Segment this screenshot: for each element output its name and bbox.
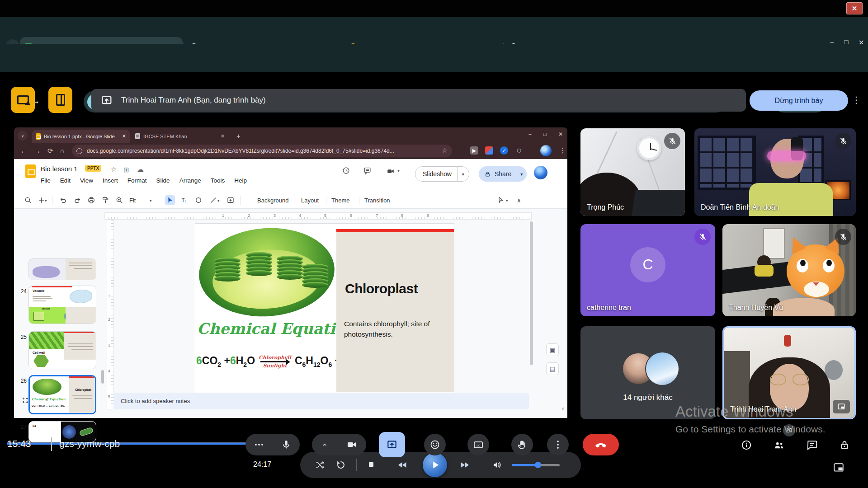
zoom-in-icon[interactable] — [115, 196, 123, 204]
collapse-filmstrip-icon[interactable]: ‹ — [46, 395, 48, 404]
puzzle-extensions-icon[interactable]: ⬡ — [515, 146, 523, 155]
shield-check-extension-icon[interactable]: ✓ — [500, 146, 508, 155]
collapse-panel-icon[interactable]: ‹ — [562, 404, 564, 412]
share-button[interactable]: Share ▾ — [479, 166, 527, 182]
inner-new-tab-icon[interactable]: + — [236, 132, 241, 140]
chemical-equation[interactable]: 6CO2 +6H2O ChlorophyllSunlight C6H12O6 +… — [196, 355, 359, 369]
captions-icon[interactable]: cc — [467, 434, 489, 455]
raise-hand-icon[interactable] — [511, 434, 533, 455]
collapse-toolbar-icon[interactable]: ∧ — [517, 197, 521, 204]
inner-reload-icon[interactable]: ⟳ — [47, 147, 53, 155]
paint-format-icon[interactable] — [101, 196, 109, 204]
menu-edit[interactable]: Edit — [60, 177, 71, 184]
slide-body-text[interactable]: Contains chlorophyll; site of photosynth… — [344, 319, 446, 340]
menu-arrange[interactable]: Arrange — [179, 177, 201, 184]
inner-maximize-icon[interactable]: □ — [543, 131, 547, 137]
menu-help[interactable]: Help — [234, 177, 247, 184]
lock-icon[interactable] — [839, 439, 850, 451]
annotation-tool-button[interactable] — [11, 87, 35, 113]
slide-thumbnail[interactable] — [28, 258, 96, 280]
undo-icon[interactable] — [59, 196, 67, 204]
filmstrip-scrollbar[interactable] — [101, 370, 104, 384]
meet-camera-dropdown-icon[interactable]: ▾ — [397, 168, 400, 173]
dropdown-icon[interactable]: ▾ — [150, 198, 152, 203]
inner-browser-tab[interactable]: IGCSE STEM Khan✕ — [132, 130, 228, 143]
grid-view-icon[interactable] — [22, 397, 29, 404]
browser-menu-icon[interactable]: ⋮ — [852, 94, 861, 105]
chevron-up-icon[interactable] — [321, 441, 328, 448]
inner-browser-tab[interactable]: Bio lesson 1.pptx - Google Slide✕ — [32, 130, 130, 143]
mic-icon[interactable] — [281, 439, 292, 450]
inner-back-icon[interactable]: ← — [20, 147, 27, 155]
inner-bookmark-star-icon[interactable]: ☆ — [442, 147, 448, 154]
menu-file[interactable]: File — [41, 177, 51, 184]
background-button[interactable]: Background — [257, 197, 288, 204]
forward-icon[interactable] — [459, 460, 470, 470]
speaker-notes[interactable]: Click to add speaker notes — [113, 393, 529, 409]
transition-button[interactable]: Transition — [364, 197, 390, 204]
slide-thumbnail[interactable]: VacuoleVacuole — [28, 286, 96, 324]
slide-heading[interactable]: Chloroplast — [345, 281, 418, 296]
inner-close-icon[interactable]: ✕ — [558, 131, 563, 137]
layout-button[interactable]: Layout — [301, 197, 319, 204]
redo-icon[interactable] — [73, 196, 81, 204]
slide-left-title[interactable]: Chemical Equation — [197, 320, 356, 338]
slideshow-dropdown-icon[interactable]: ▾ — [457, 167, 469, 181]
close-tab-icon[interactable]: ✕ — [221, 133, 225, 139]
play-icon[interactable] — [423, 453, 447, 477]
canvas-scrollbar[interactable] — [530, 221, 533, 365]
insert-image-icon[interactable] — [226, 196, 235, 204]
people-icon[interactable] — [773, 439, 785, 451]
canvas-side-button[interactable]: ▤ — [546, 362, 559, 375]
camera-icon[interactable] — [346, 439, 357, 450]
extension-icon[interactable]: ▶ — [470, 146, 478, 155]
participant-tile[interactable]: Ccatherine tran — [580, 224, 715, 316]
zoom-select[interactable]: Fit — [129, 197, 136, 204]
search-icon[interactable] — [24, 196, 32, 204]
share-dropdown-icon[interactable]: ▾ — [516, 166, 527, 182]
chat-icon[interactable] — [806, 439, 818, 451]
document-title[interactable]: Bio lesson 1 — [41, 165, 78, 173]
menu-slide[interactable]: Slide — [156, 177, 170, 184]
emoji-icon[interactable] — [424, 434, 446, 455]
inner-minimize-icon[interactable]: − — [528, 131, 532, 137]
printer-icon[interactable] — [87, 196, 95, 204]
more-vertical-icon[interactable] — [547, 434, 569, 455]
shuffle-icon[interactable] — [315, 460, 326, 470]
star-document-icon[interactable]: ☆ — [111, 165, 117, 174]
comments-icon[interactable] — [363, 166, 372, 175]
cursor-icon[interactable] — [165, 195, 175, 205]
picture-in-picture-icon[interactable] — [833, 400, 850, 413]
inner-forward-icon[interactable]: → — [34, 147, 41, 155]
screen-layout-icon[interactable] — [833, 462, 844, 474]
canvas-side-button[interactable]: ▣ — [546, 343, 559, 356]
dropdown-icon[interactable]: ▾ — [506, 198, 508, 203]
shape-icon[interactable] — [194, 196, 203, 204]
rewind-icon[interactable] — [397, 460, 408, 470]
inner-home-icon[interactable]: ⌂ — [60, 147, 64, 155]
slides-logo-icon[interactable] — [25, 164, 36, 178]
end-call-icon[interactable] — [583, 434, 619, 455]
close-tab-icon[interactable]: ✕ — [122, 133, 126, 139]
slide-right-panel[interactable]: Chloroplast Contains chlorophyll; site o… — [336, 229, 454, 392]
extension-icon[interactable] — [485, 146, 493, 155]
menu-tools[interactable]: Tools — [211, 177, 225, 184]
panel-tool-button[interactable] — [48, 87, 72, 113]
menu-view[interactable]: View — [80, 177, 93, 184]
menu-format[interactable]: Format — [127, 177, 147, 184]
slide-canvas[interactable]: Chemical Equation 6CO2 +6H2O Chlorophyll… — [195, 224, 454, 395]
volume-icon[interactable] — [492, 460, 503, 470]
menu-insert[interactable]: Insert — [103, 177, 118, 184]
inner-profile-avatar[interactable] — [540, 145, 552, 156]
text-box-icon[interactable]: Tt — [180, 196, 189, 204]
pointer-options-icon[interactable] — [497, 196, 505, 204]
present-icon[interactable] — [379, 432, 405, 457]
inner-browser-menu-icon[interactable]: ⋮ — [559, 146, 566, 155]
more-horizontal-icon[interactable] — [254, 439, 264, 450]
stop-icon[interactable] — [366, 460, 376, 469]
slides-profile-avatar[interactable] — [534, 166, 547, 179]
line-icon[interactable] — [209, 196, 217, 204]
participant-tile[interactable]: Trọng Phúc — [580, 128, 685, 216]
dropdown-icon[interactable]: ▾ — [45, 198, 47, 203]
move-folder-icon[interactable]: ⊞ — [123, 166, 129, 174]
